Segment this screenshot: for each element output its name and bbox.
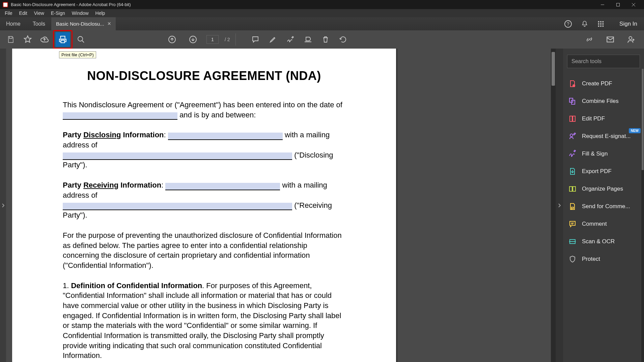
tool-item-label: Request E-signat... — [582, 133, 631, 140]
left-panel-toggle[interactable] — [0, 49, 6, 362]
menu-edit[interactable]: Edit — [16, 10, 31, 17]
disclosing-address-field[interactable] — [63, 152, 292, 160]
print-tooltip: Print file (Ctrl+P) — [59, 51, 96, 58]
tool-item-organize[interactable]: Organize Pages — [563, 180, 644, 198]
doc-p3c: Information — [118, 181, 161, 189]
tool-item-comment[interactable]: Comment — [563, 215, 644, 233]
doc-p2d: : — [164, 131, 168, 139]
rotate-icon[interactable] — [336, 32, 351, 47]
doc-p3b: Receiving — [83, 181, 118, 189]
close-tab-icon[interactable]: × — [108, 20, 111, 27]
svg-rect-8 — [603, 21, 604, 22]
svg-rect-13 — [600, 25, 601, 27]
document-tab[interactable]: Basic Non-Disclosu... × — [51, 17, 116, 30]
svg-rect-25 — [573, 116, 575, 121]
fill-sign-icon — [568, 150, 577, 158]
create-pdf-icon — [568, 80, 577, 88]
svg-rect-9 — [598, 23, 599, 25]
combine-icon — [568, 97, 577, 105]
home-tab[interactable]: Home — [0, 17, 27, 30]
page-number-input[interactable] — [206, 35, 219, 44]
apps-icon[interactable] — [597, 20, 605, 28]
svg-line-16 — [82, 40, 84, 43]
date-field[interactable] — [63, 112, 177, 120]
svg-point-20 — [629, 36, 632, 39]
comment-note-icon[interactable] — [248, 32, 263, 47]
receiving-address-field[interactable] — [63, 203, 292, 210]
doc-p2c: Information — [121, 131, 164, 139]
svg-rect-1 — [617, 3, 620, 6]
menu-window[interactable]: Window — [68, 10, 92, 17]
svg-rect-28 — [573, 187, 576, 191]
email-icon[interactable] — [603, 32, 618, 47]
title-bar: Basic Non-Disclosure Agreement - Adobe A… — [0, 0, 644, 9]
tool-item-send-comment[interactable]: Send for Comme... — [563, 198, 644, 215]
menu-help[interactable]: Help — [92, 10, 109, 17]
new-badge: NEW — [629, 128, 641, 133]
tool-item-label: Scan & OCR — [582, 238, 615, 245]
tool-item-scan[interactable]: Scan & OCR — [563, 233, 644, 250]
save-icon[interactable] — [3, 32, 18, 47]
tool-item-combine[interactable]: Combine Files — [563, 92, 644, 110]
tool-item-label: Create PDF — [582, 80, 612, 87]
link-icon[interactable] — [582, 32, 597, 47]
star-icon[interactable] — [20, 32, 35, 47]
organize-icon — [568, 185, 577, 193]
sign-in-button[interactable]: Sign In — [613, 17, 644, 30]
help-icon[interactable]: ? — [564, 20, 572, 28]
comment-icon — [568, 220, 577, 228]
receiving-name-field[interactable] — [165, 183, 280, 190]
svg-point-15 — [78, 36, 83, 41]
tool-item-label: Fill & Sign — [582, 150, 608, 157]
menu-view[interactable]: View — [31, 10, 48, 17]
doc-p1b: and is by and between: — [179, 111, 256, 119]
stamp-icon[interactable] — [301, 32, 315, 47]
doc-p3a: Party — [63, 181, 83, 189]
tool-item-label: Organize Pages — [582, 186, 623, 192]
tool-item-fill-sign[interactable]: Fill & Sign — [563, 145, 644, 163]
notifications-icon[interactable] — [581, 20, 588, 28]
document-viewport[interactable]: NON-DISCLOSURE AGREEMENT (NDA) This Nond… — [6, 49, 556, 362]
doc-p5b: Definition of Confidential Information — [71, 281, 202, 290]
svg-rect-10 — [600, 23, 601, 25]
document-scrollbar[interactable] — [551, 49, 556, 362]
cloud-upload-icon[interactable] — [37, 32, 52, 47]
scan-icon — [568, 238, 577, 246]
menu-esign[interactable]: E-Sign — [48, 10, 68, 17]
search-tools-input[interactable]: Search tools — [567, 55, 640, 68]
maximize-button[interactable] — [610, 0, 626, 9]
tool-item-create-pdf[interactable]: Create PDF — [563, 75, 644, 92]
sign-icon[interactable] — [283, 32, 298, 47]
svg-rect-24 — [570, 116, 572, 121]
tools-tab[interactable]: Tools — [27, 17, 51, 30]
tool-item-label: Export PDF — [582, 168, 612, 175]
right-panel-toggle[interactable] — [556, 49, 563, 362]
delete-icon[interactable] — [318, 32, 333, 47]
search-icon[interactable] — [74, 32, 88, 47]
print-button-highlight — [54, 31, 72, 48]
tool-item-protect[interactable]: Protect — [563, 250, 644, 268]
close-button[interactable] — [626, 0, 641, 9]
window-title: Basic Non-Disclosure Agreement - Adobe A… — [11, 2, 131, 7]
disclosing-name-field[interactable] — [168, 133, 283, 140]
tool-item-export[interactable]: Export PDF — [563, 163, 644, 180]
doc-p5c: . For purposes of this Agreement, "Confi… — [63, 281, 341, 360]
highlight-icon[interactable] — [265, 32, 280, 47]
panel-scrollbar[interactable] — [641, 69, 644, 362]
minimize-button[interactable] — [595, 0, 610, 9]
menu-file[interactable]: File — [1, 10, 16, 17]
page-up-icon[interactable] — [165, 32, 179, 47]
toolbar: / 2 — [0, 30, 644, 49]
svg-rect-6 — [598, 21, 599, 22]
svg-rect-12 — [598, 25, 599, 27]
doc-p5a: 1. — [63, 281, 71, 290]
tool-item-label: Comment — [582, 221, 607, 227]
tool-item-edit-pdf[interactable]: Edit PDF — [563, 110, 644, 128]
page-total-label: / 2 — [225, 37, 230, 42]
protect-icon — [568, 255, 577, 263]
svg-rect-27 — [569, 187, 572, 191]
page-down-icon[interactable] — [186, 32, 200, 47]
share-user-icon[interactable] — [624, 32, 639, 47]
print-button[interactable] — [55, 32, 70, 47]
tool-item-signature[interactable]: Request E-signat...NEW — [563, 128, 644, 145]
